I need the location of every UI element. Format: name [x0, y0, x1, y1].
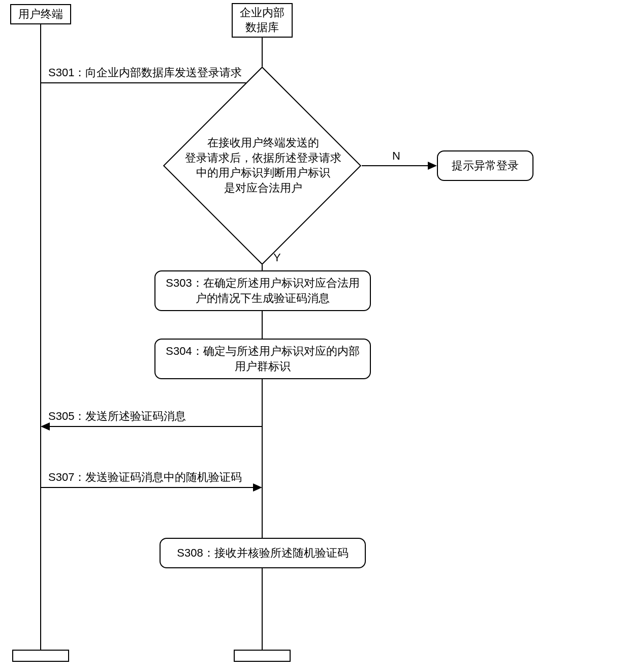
actor-user-terminal-label: 用户终端	[18, 7, 63, 22]
decision-yes-label: Y	[273, 251, 281, 264]
endcap-user-terminal	[12, 650, 69, 662]
decision-no-line	[362, 165, 429, 166]
lifeline-user-terminal	[40, 24, 41, 650]
step-s304: S304：确定与所述用户标识对应的内部 用户群标识	[154, 339, 371, 379]
msg-s301-label: S301：向企业内部数据库发送登录请求	[48, 65, 242, 80]
msg-s307-line	[41, 487, 254, 488]
decision-text: 在接收用户终端发送的 登录请求后，依据所述登录请求 中的用户标识判断用户标识 是…	[173, 135, 354, 196]
step-s308-label: S308：接收并核验所述随机验证码	[177, 545, 348, 561]
actor-enterprise-db-label2: 数据库	[245, 20, 279, 35]
actor-user-terminal: 用户终端	[10, 4, 71, 24]
step-s303-label: S303：在确定所述用户标识对应合法用 户的情况下生成验证码消息	[166, 276, 359, 306]
step-s304-label: S304：确定与所述用户标识对应的内部 用户群标识	[166, 344, 359, 374]
endcap-enterprise-db	[234, 650, 291, 662]
decision-no-label: N	[392, 149, 400, 163]
msg-s301-line	[41, 82, 254, 83]
alert-label: 提示异常登录	[452, 158, 519, 173]
actor-enterprise-db: 企业内部 数据库	[232, 3, 293, 38]
step-s303: S303：在确定所述用户标识对应合法用 户的情况下生成验证码消息	[154, 270, 371, 311]
msg-s305-label: S305：发送所述验证码消息	[48, 409, 186, 424]
alert-box: 提示异常登录	[437, 150, 533, 181]
msg-s305-line	[49, 426, 262, 427]
msg-s307-label: S307：发送验证码消息中的随机验证码	[48, 470, 242, 485]
decision-no-arrowhead	[428, 162, 437, 170]
actor-enterprise-db-label1: 企业内部	[240, 6, 285, 20]
step-s308: S308：接收并核验所述随机验证码	[160, 538, 366, 568]
msg-s307-arrowhead	[253, 483, 262, 492]
msg-s305-arrowhead	[41, 422, 50, 431]
